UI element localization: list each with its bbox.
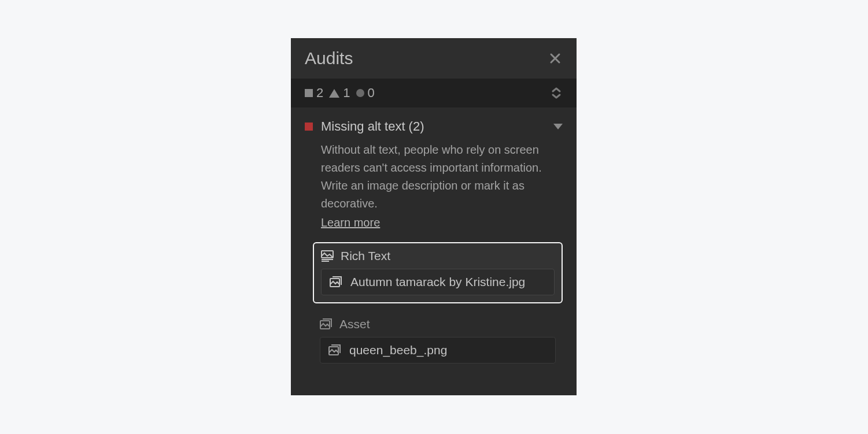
- audit-item-row[interactable]: queen_beeb_.png: [320, 337, 556, 363]
- audit-group-asset: Asset queen_beeb_.png: [313, 311, 563, 370]
- collapse-icon: [551, 87, 562, 99]
- collapse-all-button[interactable]: [550, 87, 563, 99]
- audit-body: Missing alt text (2) Without alt text, p…: [291, 107, 577, 392]
- square-icon: [305, 89, 313, 97]
- summary-warnings[interactable]: 1: [329, 86, 350, 101]
- audit-item-row[interactable]: Autumn tamarack by Kristine.jpg: [321, 269, 555, 295]
- image-asset-icon: [330, 276, 342, 288]
- summary-counts: 2 1 0: [305, 86, 375, 101]
- asset-icon: [320, 318, 333, 330]
- audit-group-richtext: Rich Text Autumn tamarack by Kristine.jp…: [313, 242, 563, 303]
- group-label-text: Asset: [339, 317, 370, 331]
- audits-panel: Audits 2 1 0: [291, 38, 577, 395]
- summary-errors[interactable]: 2: [305, 86, 323, 101]
- audit-title: Missing alt text (2): [321, 119, 424, 134]
- audit-heading-left: Missing alt text (2): [305, 119, 424, 134]
- panel-title: Audits: [305, 49, 353, 68]
- summary-info[interactable]: 0: [356, 86, 375, 101]
- group-label-asset[interactable]: Asset: [320, 317, 556, 331]
- audit-item-file: queen_beeb_.png: [349, 343, 447, 357]
- group-label-text: Rich Text: [341, 249, 390, 263]
- summary-bar: 2 1 0: [291, 79, 577, 107]
- audit-item-file: Autumn tamarack by Kristine.jpg: [350, 275, 525, 289]
- close-icon: [549, 52, 562, 65]
- close-button[interactable]: [548, 51, 563, 66]
- triangle-icon: [329, 89, 339, 98]
- circle-icon: [356, 89, 364, 97]
- image-asset-icon: [328, 344, 341, 356]
- richtext-icon: [321, 250, 334, 262]
- group-label-richtext[interactable]: Rich Text: [321, 249, 555, 263]
- info-count: 0: [368, 86, 375, 101]
- panel-header: Audits: [291, 38, 577, 79]
- chevron-down-icon[interactable]: [553, 124, 563, 129]
- learn-more-link[interactable]: Learn more: [321, 216, 380, 229]
- error-severity-icon: [305, 123, 313, 131]
- audit-heading-row[interactable]: Missing alt text (2): [305, 119, 563, 134]
- errors-count: 2: [316, 86, 323, 101]
- audit-description: Without alt text, people who rely on scr…: [321, 141, 563, 213]
- warnings-count: 1: [343, 86, 350, 101]
